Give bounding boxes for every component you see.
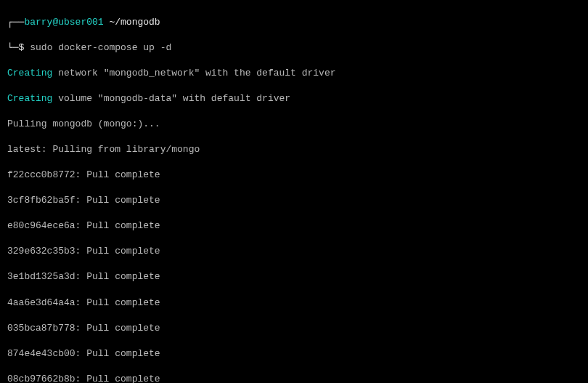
line-0: ┌──barry@ubser001 ~/mongodb [7,16,584,29]
terminal-output: ┌──barry@ubser001 ~/mongodb └─$ sudo doc… [0,0,588,383]
line-11: 4aa6e3d64a4a: Pull complete [7,297,584,310]
line-8: e80c964ece6a: Pull complete [7,219,584,233]
line-1: └─$ sudo docker-compose up -d [7,41,584,55]
line-4: Pulling mongodb (mongo:)... [7,118,584,131]
line-13: 874e4e43cb00: Pull complete [7,347,584,360]
line-12: 035bca87b778: Pull complete [7,322,584,335]
line-9: 329e632c35b3: Pull complete [7,245,584,258]
line-3: Creating volume "mongodb-data" with defa… [7,92,584,105]
line-7: 3cf8fb62ba5f: Pull complete [7,194,584,207]
line-5: latest: Pulling from library/mongo [7,143,584,156]
line-2: Creating network "mongodb_network" with … [7,67,584,80]
line-10: 3e1bd1325a3d: Pull complete [7,270,584,283]
line-6: f22ccc0b8772: Pull complete [7,169,584,182]
line-14: 08cb97662b8b: Pull complete [7,373,584,383]
